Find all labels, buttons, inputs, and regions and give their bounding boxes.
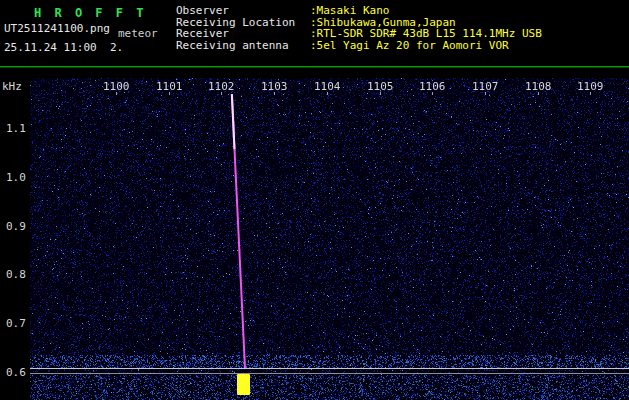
y-tick-label: 0.8 xyxy=(6,268,26,281)
y-tick-label: 0.6 xyxy=(6,366,26,379)
info-row-receiving-antenna: Receiving antenna:5el Yagi Az 20 for Aom… xyxy=(176,40,542,52)
info-value: :Masaki Kano xyxy=(310,5,389,17)
info-label: Receiving antenna xyxy=(176,40,310,52)
station-info-block: Observer:Masaki KanoReceiving Location:S… xyxy=(176,5,542,51)
level-strip-bottom-line xyxy=(30,373,629,374)
info-value: :5el Yagi Az 20 for Aomori VOR xyxy=(310,40,509,52)
info-label: Observer xyxy=(176,5,310,17)
header-separator-line xyxy=(0,66,629,68)
info-row-observer: Observer:Masaki Kano xyxy=(176,5,542,17)
app-title: H R O F F T xyxy=(34,6,146,20)
y-tick-label: 0.9 xyxy=(6,220,26,233)
record-timestamp: 25.11.24 11:00 2. xyxy=(4,41,123,54)
y-tick-label: 0.7 xyxy=(6,317,26,330)
level-strip-top-line xyxy=(30,368,629,369)
carrier-trace xyxy=(30,78,629,400)
mode-label: meteor xyxy=(118,27,158,40)
signal-level-spike xyxy=(237,374,250,395)
y-tick-label: 1.0 xyxy=(6,171,26,184)
hrofft-screenshot: H R O F F T UT2511241100.png meteor 25.1… xyxy=(0,0,629,400)
spectrogram-plot: 1100110111021103110411051106110711081109 xyxy=(30,78,629,400)
y-axis-unit: kHz xyxy=(2,80,22,93)
output-filename: UT2511241100.png xyxy=(4,22,110,35)
y-tick-label: 1.1 xyxy=(6,122,26,135)
